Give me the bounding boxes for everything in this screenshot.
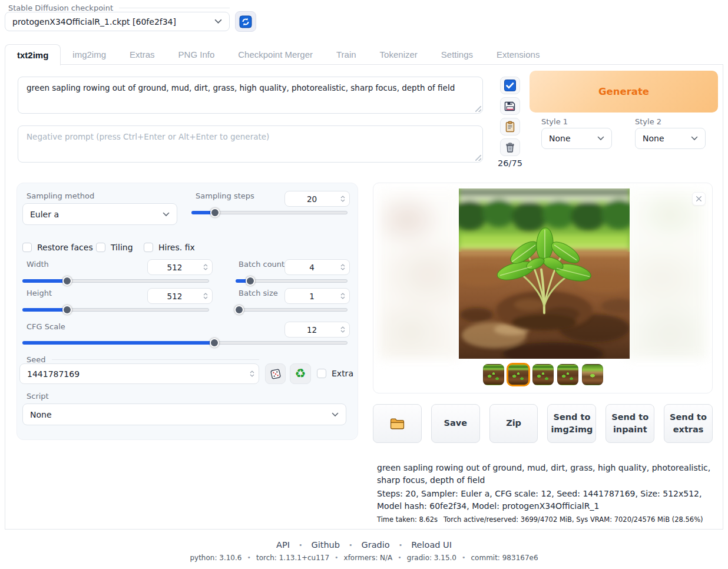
tab-tokenizer[interactable]: Tokenizer (368, 44, 429, 65)
save-style-button[interactable] (500, 97, 520, 115)
cfg-scale-slider[interactable] (22, 338, 348, 348)
thumbnail-1[interactable] (483, 364, 504, 385)
paste-params-button[interactable] (500, 77, 520, 94)
restore-faces-checkbox[interactable]: Restore faces (22, 243, 93, 252)
style2-dropdown[interactable]: None (635, 128, 706, 149)
info-meta: Time taken: 8.62sTorch active/reserved: … (377, 515, 714, 525)
clear-prompt-button[interactable] (500, 138, 520, 156)
tab-extras[interactable]: Extras (118, 44, 167, 65)
resize-handle[interactable] (475, 155, 481, 161)
close-gallery-button[interactable] (692, 192, 706, 206)
footer-link-reload-ui[interactable]: Reload UI (411, 540, 452, 550)
tab-extensions[interactable]: Extensions (485, 44, 551, 65)
tab-img2img[interactable]: img2img (61, 44, 118, 65)
stepper-arrows[interactable] (339, 264, 349, 270)
generation-info: green sapling rowing out of ground, mud,… (377, 462, 714, 525)
checkpoint-dropdown[interactable]: protogenX34OfficialR_1.ckpt [60fe2f34] (5, 12, 230, 31)
batch-size-input[interactable]: 1 (284, 288, 350, 304)
stepper-arrows[interactable] (339, 196, 349, 202)
extra-seed-checkbox[interactable]: Extra (317, 369, 353, 378)
stepper-arrows[interactable] (201, 293, 212, 299)
width-slider[interactable] (22, 276, 209, 286)
checkpoint-label: Stable Diffusion checkpoint (8, 4, 230, 12)
tab-checkpoint-merger[interactable]: Checkpoint Merger (226, 44, 325, 65)
tab-png-info[interactable]: PNG Info (167, 44, 227, 65)
dice-icon (269, 368, 282, 381)
generate-button[interactable]: Generate (530, 71, 718, 113)
tab-train[interactable]: Train (325, 44, 368, 65)
reuse-seed-button[interactable]: ♻ (290, 363, 311, 384)
send-to-inpaint-button[interactable]: Send to inpaint (605, 404, 654, 443)
image-actions: Save Zip Send to img2img Send to inpaint… (373, 404, 713, 443)
script-dropdown[interactable]: None (22, 403, 346, 425)
prompt-wrap: green sapling rowing out of ground, mud,… (18, 77, 483, 114)
chevron-down-icon (691, 136, 698, 141)
seed-label: Seed (27, 355, 259, 364)
blue-check-icon (504, 80, 516, 91)
chevron-down-icon (163, 212, 170, 217)
chevron-down-icon (597, 136, 604, 141)
time-taken: Time taken: 8.62s (377, 515, 438, 524)
main-tabs: txt2img img2img Extras PNG Info Checkpoi… (5, 44, 551, 65)
recycle-icon: ♻ (295, 368, 306, 380)
height-label: Height (27, 289, 52, 297)
generated-image[interactable] (459, 188, 630, 359)
version-info: python: 3.10.6•torch: 1.13.1+cu117•xform… (0, 554, 728, 562)
height-input[interactable]: 512 (147, 288, 213, 304)
checkpoint-value: protogenX34OfficialR_1.ckpt [60fe2f34] (12, 17, 176, 27)
stepper-arrows[interactable] (201, 264, 212, 270)
output-gallery (373, 183, 713, 393)
batch-size-slider[interactable] (236, 305, 348, 315)
tiling-checkbox[interactable]: Tiling (96, 243, 133, 252)
thumbnail-5[interactable] (582, 364, 603, 385)
tab-txt2img[interactable]: txt2img (5, 44, 61, 65)
sampling-method-label: Sampling method (27, 191, 94, 200)
token-counter: 26/75 (497, 158, 524, 168)
hires-fix-checkbox[interactable]: Hires. fix (144, 243, 195, 252)
negative-prompt-wrap (18, 125, 483, 163)
thumbnail-3[interactable] (532, 364, 554, 385)
stepper-arrows[interactable] (339, 326, 349, 333)
sampling-steps-input[interactable]: 20 (284, 191, 350, 207)
zip-button[interactable]: Zip (489, 404, 538, 443)
stepper-arrows[interactable] (339, 293, 349, 299)
style1-label: Style 1 (541, 117, 568, 126)
footer-link-gradio[interactable]: Gradio (361, 540, 389, 550)
close-icon (695, 195, 703, 203)
style1-dropdown[interactable]: None (541, 128, 612, 149)
floppy-disk-icon (504, 100, 516, 112)
thumbnail-4[interactable] (557, 364, 578, 385)
style2-label: Style 2 (635, 117, 661, 126)
width-input[interactable]: 512 (147, 259, 213, 275)
sampling-method-dropdown[interactable]: Euler a (22, 203, 177, 225)
gallery-blur-right (626, 189, 706, 359)
tab-settings[interactable]: Settings (429, 44, 485, 65)
resize-handle[interactable] (475, 106, 481, 112)
script-label: Script (27, 392, 49, 401)
send-to-extras-button[interactable]: Send to extras (664, 404, 713, 443)
height-slider[interactable] (22, 305, 209, 315)
batch-count-slider[interactable] (236, 276, 348, 286)
footer-link-api[interactable]: API (276, 540, 290, 550)
seed-input[interactable]: 1441787169 (19, 363, 259, 384)
thumbnail-2[interactable] (507, 363, 530, 386)
refresh-checkpoint-button[interactable] (235, 11, 256, 32)
stepper-arrows[interactable] (248, 370, 259, 377)
gallery-thumbnails (483, 364, 603, 385)
save-button[interactable]: Save (431, 404, 480, 443)
sampling-steps-slider[interactable] (191, 208, 348, 217)
clipboard-icon (504, 121, 516, 133)
batch-count-label: Batch count (239, 260, 284, 269)
random-seed-button[interactable] (265, 363, 286, 384)
open-folder-button[interactable] (373, 404, 422, 443)
footer: API•Github•Gradio•Reload UI python: 3.10… (0, 540, 728, 562)
chevron-down-icon (332, 412, 339, 417)
prompt-input[interactable]: green sapling rowing out of ground, mud,… (18, 77, 483, 114)
apply-style-button[interactable] (500, 118, 520, 135)
send-to-img2img-button[interactable]: Send to img2img (547, 404, 596, 443)
footer-link-github[interactable]: Github (311, 540, 340, 550)
negative-prompt-input[interactable] (18, 125, 483, 163)
batch-size-label: Batch size (239, 289, 278, 297)
batch-count-input[interactable]: 4 (284, 259, 350, 275)
cfg-scale-input[interactable]: 12 (284, 322, 350, 338)
